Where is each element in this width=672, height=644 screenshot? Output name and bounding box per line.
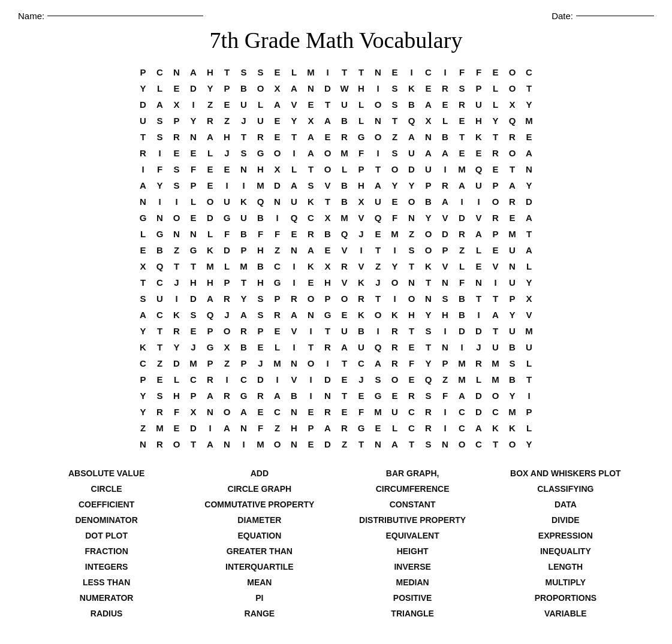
grid-cell: T <box>487 129 504 145</box>
grid-cell: Y <box>504 388 521 404</box>
grid-cell: O <box>387 371 403 388</box>
grid-cell: K <box>504 420 521 436</box>
header: Name: Date: <box>18 11 654 21</box>
grid-cell: B <box>236 339 252 355</box>
grid-cell: J <box>471 339 487 355</box>
grid-cell: U <box>420 161 437 177</box>
grid-cell: W <box>336 80 353 96</box>
grid-cell: E <box>403 371 420 388</box>
word-col-1: ABSOLUTE VALUECIRCLECOEFFICIENTDENOMINAT… <box>30 465 183 621</box>
grid-cell: K <box>387 307 403 323</box>
grid-cell: S <box>420 323 437 339</box>
grid-cell: R <box>487 210 504 226</box>
grid-cell: Y <box>521 177 538 193</box>
grid-cell: L <box>219 258 236 274</box>
grid-cell: J <box>353 371 370 388</box>
grid-cell: B <box>236 80 252 96</box>
grid-cell: I <box>370 80 387 96</box>
grid-cell: N <box>504 258 521 274</box>
grid-cell: Y <box>202 80 219 96</box>
grid-cell: Y <box>420 355 437 371</box>
grid-cell: I <box>370 323 387 339</box>
grid-cell: U <box>471 96 487 113</box>
grid-cell: A <box>202 388 219 404</box>
grid-cell: B <box>252 258 269 274</box>
grid-cell: D <box>320 436 336 452</box>
grid-cell: I <box>219 177 236 193</box>
word-item: DENOMINATOR <box>30 512 183 528</box>
word-item: ADD <box>183 465 336 481</box>
grid-cell: I <box>471 307 487 323</box>
grid-cell: I <box>471 193 487 210</box>
grid-cell: O <box>219 404 236 420</box>
grid-cell: A <box>454 177 471 193</box>
grid-cell: B <box>454 291 471 307</box>
grid-cell: P <box>219 274 236 291</box>
grid-cell: R <box>387 323 403 339</box>
grid-cell: H <box>219 129 236 145</box>
grid-cell: V <box>336 274 353 291</box>
grid-cell: E <box>202 161 219 177</box>
grid-cell: C <box>353 355 370 371</box>
grid-cell: A <box>521 242 538 258</box>
grid-cell: C <box>403 420 420 436</box>
grid-cell: R <box>320 339 336 355</box>
grid-cell: T <box>320 193 336 210</box>
grid-cell: M <box>152 420 168 436</box>
grid-cell: R <box>336 129 353 145</box>
grid-cell: M <box>252 177 269 193</box>
word-item: FRACTION <box>30 543 183 559</box>
grid-cell: Z <box>219 355 236 371</box>
grid-cell: O <box>303 291 320 307</box>
grid-cell: R <box>403 388 420 404</box>
grid-cell: I <box>286 258 303 274</box>
grid-cell: B <box>454 307 471 323</box>
word-item: TRIANGLE <box>336 606 489 621</box>
grid-cell: G <box>370 388 387 404</box>
grid-cell: B <box>403 96 420 113</box>
page-title: 7th Grade Math Vocabulary <box>18 27 654 53</box>
word-item: PROPORTIONS <box>489 590 642 606</box>
grid-cell: K <box>202 242 219 258</box>
grid-cell: L <box>521 258 538 274</box>
grid-cell: B <box>320 226 336 242</box>
grid-cell: S <box>387 145 403 161</box>
word-item: LENGTH <box>489 559 642 575</box>
grid-cell: D <box>202 210 219 226</box>
grid-cell: H <box>252 242 269 258</box>
grid-cell: K <box>403 80 420 96</box>
grid-cell: T <box>370 161 387 177</box>
grid-cell: R <box>471 355 487 371</box>
grid-cell: D <box>521 193 538 210</box>
grid-cell: M <box>336 210 353 226</box>
grid-cell: Q <box>252 193 269 210</box>
grid-cell: R <box>353 291 370 307</box>
grid-cell: Z <box>219 113 236 129</box>
grid-cell: L <box>353 96 370 113</box>
grid-cell: U <box>370 193 387 210</box>
grid-cell: R <box>269 307 286 323</box>
grid-cell: A <box>303 242 320 258</box>
grid-cell: U <box>504 274 521 291</box>
grid-cell: Q <box>471 161 487 177</box>
grid-cell: E <box>185 210 202 226</box>
grid-cell: A <box>437 193 454 210</box>
grid-cell: M <box>454 371 471 388</box>
grid-cell: V <box>471 210 487 226</box>
grid-cell: M <box>454 355 471 371</box>
grid-cell: B <box>353 323 370 339</box>
grid-cell: P <box>135 64 152 80</box>
grid-cell: P <box>487 177 504 193</box>
grid-cell: M <box>252 436 269 452</box>
grid-cell: I <box>370 145 387 161</box>
grid-cell: D <box>454 210 471 226</box>
grid-cell: A <box>152 96 168 113</box>
grid-cell: Z <box>454 242 471 258</box>
grid-cell: I <box>202 420 219 436</box>
word-item: CONSTANT <box>336 497 489 512</box>
word-item: GREATER THAN <box>183 543 336 559</box>
grid-cell: I <box>487 274 504 291</box>
grid-cell: N <box>185 226 202 242</box>
grid-cell: P <box>202 355 219 371</box>
grid-cell: N <box>185 129 202 145</box>
